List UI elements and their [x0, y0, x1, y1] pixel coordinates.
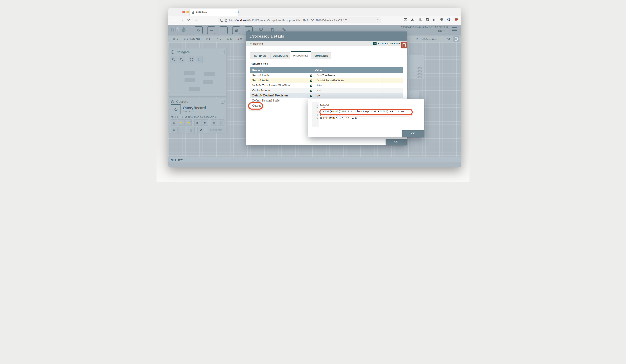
trash-icon: 🗑: [210, 129, 212, 131]
home-button[interactable]: ⌂: [195, 18, 197, 22]
status-count: 0: [209, 38, 211, 40]
property-value[interactable]: JsonTreeReader: [315, 73, 383, 78]
property-value[interactable]: true: [315, 88, 383, 93]
required-field-note: Required field: [251, 62, 268, 65]
library-icon[interactable]: [418, 18, 422, 21]
go-to-service-arrow-icon[interactable]: →: [383, 73, 403, 78]
breadcrumb[interactable]: NiFi Flow: [171, 158, 183, 162]
sidebar-icon[interactable]: [426, 18, 429, 21]
zoom-actual-button[interactable]: |:|: [196, 56, 203, 63]
delete-button: 🗑 DELETE: [207, 127, 225, 133]
menu-icon[interactable]: [454, 18, 458, 21]
minimap-block: [203, 80, 213, 84]
status-bar-item: ≡6 / 1,23 MB: [184, 38, 200, 40]
gear-icon: ⚙: [373, 42, 377, 45]
last-refresh-time: 15:36:10 CEST: [422, 38, 439, 40]
tab-title: NiFi Flow: [196, 11, 232, 14]
status-bar-item: ◎0: [205, 38, 210, 40]
navigate-title: Navigate: [176, 50, 190, 54]
new-tab-button[interactable]: +: [237, 10, 239, 14]
tab-scheduling[interactable]: SCHEDULING: [271, 52, 290, 59]
tab-settings[interactable]: SETTINGS: [250, 52, 270, 59]
close-window-button[interactable]: [182, 11, 185, 13]
annotation-circle-output: [248, 102, 263, 110]
sql-value-editor-popup: 12345 SELECT *, CAST(ROUND(1000.0 * "tim…: [308, 99, 424, 137]
ublock-shield-icon[interactable]: [440, 18, 443, 21]
process-group-drag-icon[interactable]: ▣: [232, 26, 240, 34]
compass-icon: [171, 50, 174, 54]
operate-title: Operate: [176, 100, 188, 103]
minimize-window-button[interactable]: [186, 11, 189, 13]
property-name: Record Writer: [250, 79, 310, 82]
input-port-drag-icon[interactable]: ⇀: [207, 26, 215, 34]
help-icon[interactable]: ?: [310, 75, 313, 77]
property-row[interactable]: Cache Schema?true: [250, 88, 403, 93]
output-port-drag-icon[interactable]: ⇒: [220, 26, 228, 34]
disable-button[interactable]: ⚡̸: [185, 120, 192, 126]
tracking-protection-shield-icon[interactable]: [220, 19, 223, 22]
onepassword-icon[interactable]: [447, 18, 451, 21]
stop-and-configure-button[interactable]: ⚙ STOP & CONFIGURE: [373, 42, 401, 45]
zoom-in-button[interactable]: [170, 56, 177, 63]
selected-component-id: df942c16-017f-1000-9fed-bc8dca35d203: [169, 114, 227, 119]
help-icon[interactable]: ?: [310, 90, 313, 92]
flow-status-panel-button[interactable]: [453, 36, 459, 41]
save-flow-version-button[interactable]: ⧈: [211, 120, 217, 126]
lock-icon[interactable]: [225, 19, 228, 22]
property-row[interactable]: Include Zero Record FlowFiles?false: [250, 83, 403, 88]
collapse-operate-icon[interactable]: −: [221, 100, 225, 104]
minimap-block: [189, 87, 200, 91]
logout-link[interactable]: LOG OUT: [437, 30, 448, 33]
status-count: 5: [230, 38, 232, 40]
property-row[interactable]: Record Reader?JsonTreeReader→: [250, 73, 403, 78]
property-column-header: Property: [250, 69, 315, 72]
stop-button[interactable]: ■: [201, 120, 208, 126]
copy-button[interactable]: ⧉: [171, 127, 178, 133]
search-icon[interactable]: [447, 38, 450, 40]
close-tab-icon[interactable]: ✕: [234, 11, 236, 14]
reload-button[interactable]: ⟳: [187, 18, 190, 22]
back-button[interactable]: ←: [173, 18, 176, 22]
color-button[interactable]: [197, 127, 204, 133]
birdseye-minimap[interactable]: [170, 65, 225, 95]
rollback-button: ⇄: [218, 120, 225, 126]
property-name: Default Decimal Scale: [250, 99, 310, 102]
forward-button[interactable]: →: [180, 18, 184, 22]
help-icon[interactable]: ?: [310, 95, 313, 97]
advanced-ui-button[interactable]: [401, 41, 407, 48]
collapse-navigate-icon[interactable]: −: [221, 50, 225, 54]
value-column-header: Value: [315, 69, 322, 72]
status-bar-item: ⊘0: [216, 38, 221, 40]
refresh-icon[interactable]: ⟳: [416, 37, 418, 41]
property-value[interactable]: 10: [315, 93, 383, 98]
help-icon[interactable]: ?: [310, 80, 313, 82]
start-button[interactable]: ▶: [195, 120, 201, 126]
zoom-out-button[interactable]: [178, 56, 185, 63]
property-row[interactable]: Default Decimal Precision?10: [250, 93, 403, 98]
status-count: 3: [177, 38, 178, 40]
help-icon[interactable]: ?: [310, 84, 313, 87]
tab-properties[interactable]: PROPERTIES: [291, 51, 311, 60]
url-bar[interactable]: https://localhost:8443/nifi/?processGrou…: [218, 17, 381, 23]
enable-button[interactable]: ⚡: [178, 120, 184, 126]
bookmark-star-icon[interactable]: ☆: [376, 19, 379, 22]
minimap-block: [185, 78, 195, 82]
property-value[interactable]: false: [315, 83, 383, 88]
go-to-service-arrow-icon[interactable]: →: [383, 78, 403, 83]
processor-drag-icon[interactable]: ⟳: [195, 26, 203, 34]
browser-tab[interactable]: NiFi Flow ✕: [190, 9, 238, 16]
dialog-title: Processor Details: [250, 34, 284, 38]
browser-navbar: ← → ⟳ ⌂ https://localhost:8443/nifi/?pro…: [168, 16, 461, 25]
dialog-ok-button[interactable]: OK: [386, 139, 407, 145]
popup-ok-button[interactable]: OK: [402, 130, 424, 137]
fence-extension-icon[interactable]: [433, 18, 436, 21]
row-end: [383, 83, 403, 88]
tab-comments[interactable]: COMMENTS: [311, 52, 331, 59]
zoom-fit-button[interactable]: [188, 56, 195, 63]
configure-button[interactable]: ⚙: [171, 120, 177, 126]
global-menu-icon[interactable]: [452, 27, 457, 32]
property-value[interactable]: JsonNLRecordSetWriter: [315, 78, 383, 83]
downloads-icon[interactable]: [411, 18, 414, 21]
property-row[interactable]: Record Writer?JsonNLRecordSetWriter→: [250, 78, 403, 83]
pocket-icon[interactable]: [404, 18, 407, 21]
